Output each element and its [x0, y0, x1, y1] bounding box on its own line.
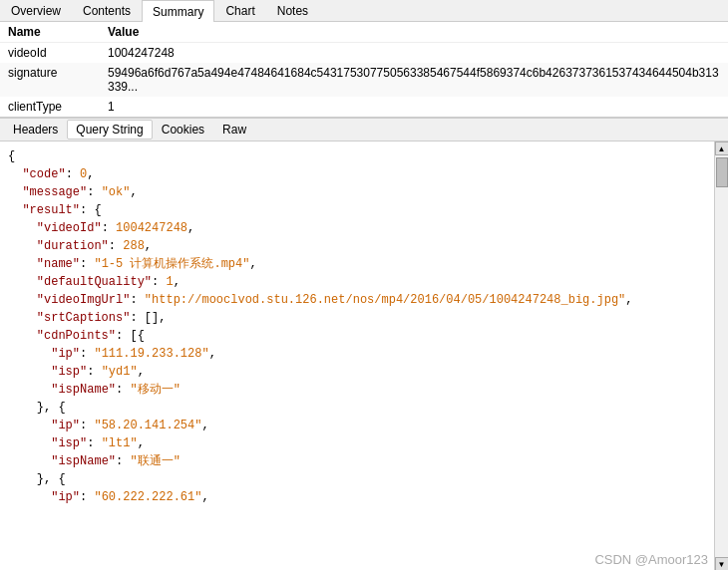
- col-header-value: Value: [100, 22, 728, 43]
- row-name-1: signature: [0, 63, 100, 97]
- scrollbar[interactable]: ▲ ▼: [714, 142, 728, 570]
- sub-tab-bar: Headers Query String Cookies Raw: [0, 118, 728, 142]
- data-table-section: Name Value videoId 1004247248 signature …: [0, 22, 728, 118]
- json-section: { "code": 0, "message": "ok", "result": …: [0, 142, 728, 570]
- tab-overview[interactable]: Overview: [0, 0, 72, 21]
- row-name-0: videoId: [0, 43, 100, 64]
- tab-chart[interactable]: Chart: [214, 0, 265, 21]
- row-value-1: 59496a6f6d767a5a494e47484641684c54317530…: [100, 63, 728, 97]
- main-tab-bar: Overview Contents Summary Chart Notes: [0, 0, 728, 22]
- tab-contents[interactable]: Contents: [72, 0, 142, 21]
- col-header-name: Name: [0, 22, 100, 43]
- sub-tab-headers[interactable]: Headers: [4, 120, 67, 140]
- sub-tab-query-string[interactable]: Query String: [67, 120, 152, 140]
- row-name-2: clientType: [0, 97, 100, 117]
- sub-tab-cookies[interactable]: Cookies: [153, 120, 213, 140]
- sub-tab-raw[interactable]: Raw: [213, 120, 255, 140]
- scroll-down-arrow[interactable]: ▼: [715, 557, 729, 570]
- tab-notes[interactable]: Notes: [266, 0, 319, 21]
- tab-summary[interactable]: Summary: [142, 0, 214, 22]
- table-row: signature 59496a6f6d767a5a494e4748464168…: [0, 63, 728, 97]
- params-table: Name Value videoId 1004247248 signature …: [0, 22, 728, 117]
- table-row: clientType 1: [0, 97, 728, 117]
- scrollbar-thumb[interactable]: [716, 157, 728, 187]
- row-value-2: 1: [100, 97, 728, 117]
- scroll-up-arrow[interactable]: ▲: [715, 142, 729, 155]
- row-value-0: 1004247248: [100, 43, 728, 64]
- json-content[interactable]: { "code": 0, "message": "ok", "result": …: [0, 142, 714, 570]
- table-row: videoId 1004247248: [0, 43, 728, 64]
